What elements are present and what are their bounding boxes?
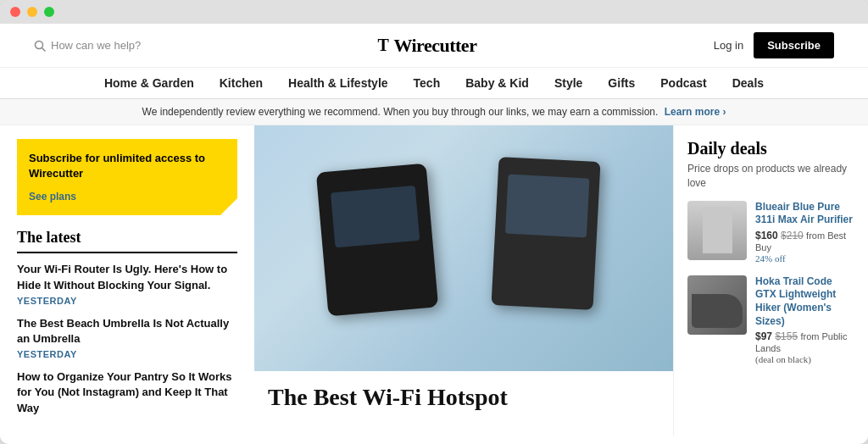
main-nav: Home & Garden Kitchen Health & Lifestyle… xyxy=(0,68,868,99)
device-container xyxy=(254,142,673,354)
deal-name-2[interactable]: Hoka Trail Code GTX Lightweight Hiker (W… xyxy=(755,275,854,328)
nav-item-health-lifestyle[interactable]: Health & Lifestyle xyxy=(288,76,387,90)
login-button[interactable]: Log in xyxy=(714,39,743,52)
article-item: The Best Beach Umbrella Is Not Actually … xyxy=(17,316,237,359)
deal-image-purifier xyxy=(687,201,747,260)
device-left xyxy=(316,164,438,317)
subscribe-card: Subscribe for unlimited access to Wirecu… xyxy=(17,139,237,215)
article-headline-1[interactable]: Your Wi-Fi Router Is Ugly. Here's How to… xyxy=(17,262,237,292)
browser-window: How can we help? T Wirecutter Log in Sub… xyxy=(0,0,868,444)
deal-price-old-1: $210 xyxy=(781,230,804,241)
nav-item-style[interactable]: Style xyxy=(554,76,582,90)
article-date-2: Yesterday xyxy=(17,349,237,359)
nyt-t-logo: T xyxy=(378,36,389,55)
subscribe-button[interactable]: Subscribe xyxy=(754,32,834,58)
hero-title-area: The Best Wi-Fi Hotspot xyxy=(254,371,673,419)
see-plans-link[interactable]: See plans xyxy=(29,191,76,203)
disclaimer-banner: We independently review everything we re… xyxy=(0,99,868,125)
nav-item-home-garden[interactable]: Home & Garden xyxy=(104,76,194,90)
deal-price-old-2: $155 xyxy=(775,330,798,342)
deal-price-new-2: $97 xyxy=(755,330,772,342)
right-sidebar: Daily deals Price drops on products we a… xyxy=(673,125,868,436)
nav-item-deals[interactable]: Deals xyxy=(732,76,764,90)
maximize-dot[interactable] xyxy=(44,7,54,17)
article-item: How to Organize Your Pantry So It Works … xyxy=(17,369,237,416)
deal-image-hoka xyxy=(687,275,747,335)
nav-item-podcast[interactable]: Podcast xyxy=(660,76,706,90)
device-right xyxy=(492,157,601,310)
deal-price-2: $97 $155 from Public Lands xyxy=(755,330,854,354)
top-bar-actions: Log in Subscribe xyxy=(714,32,834,58)
deal-item: Hoka Trail Code GTX Lightweight Hiker (W… xyxy=(687,275,854,364)
page-content: How can we help? T Wirecutter Log in Sub… xyxy=(0,24,868,444)
nav-item-gifts[interactable]: Gifts xyxy=(608,76,635,90)
nav-item-tech[interactable]: Tech xyxy=(414,76,441,90)
deal-note-2: (deal on black) xyxy=(755,354,854,364)
article-headline-3[interactable]: How to Organize Your Pantry So It Works … xyxy=(17,369,237,416)
deal-price-1: $160 $210 from Best Buy xyxy=(755,230,854,253)
svg-line-1 xyxy=(42,47,46,51)
search-icon xyxy=(34,40,46,52)
close-dot[interactable] xyxy=(10,7,20,17)
hero-image xyxy=(254,125,673,371)
article-date-1: Yesterday xyxy=(17,296,237,306)
site-name: Wirecutter xyxy=(393,35,476,57)
article-item: Your Wi-Fi Router Is Ugly. Here's How to… xyxy=(17,262,237,305)
nav-item-kitchen[interactable]: Kitchen xyxy=(220,76,263,90)
deal-info-2: Hoka Trail Code GTX Lightweight Hiker (W… xyxy=(755,275,854,364)
device-right-screen xyxy=(505,175,590,238)
center-content: The Best Wi-Fi Hotspot xyxy=(254,125,673,436)
deals-subtitle: Price drops on products we already love xyxy=(687,162,854,191)
latest-section-title: The latest xyxy=(17,229,237,253)
deal-info-1: Blueair Blue Pure 311i Max Air Purifier … xyxy=(755,201,854,264)
main-content: Subscribe for unlimited access to Wirecu… xyxy=(0,125,868,436)
learn-more-link[interactable]: Learn more › xyxy=(665,106,726,118)
hero-title[interactable]: The Best Wi-Fi Hotspot xyxy=(268,383,659,412)
deals-title: Daily deals xyxy=(687,139,854,158)
title-bar xyxy=(0,0,868,24)
nav-item-baby-kid[interactable]: Baby & Kid xyxy=(465,76,529,90)
top-bar: How can we help? T Wirecutter Log in Sub… xyxy=(0,24,868,68)
left-sidebar: Subscribe for unlimited access to Wirecu… xyxy=(0,125,254,436)
site-logo[interactable]: T Wirecutter xyxy=(378,35,477,57)
article-headline-2[interactable]: The Best Beach Umbrella Is Not Actually … xyxy=(17,316,237,347)
search-placeholder: How can we help? xyxy=(51,39,141,52)
search-area[interactable]: How can we help? xyxy=(34,39,141,52)
disclaimer-text: We independently review everything we re… xyxy=(142,106,659,118)
subscribe-card-title: Subscribe for unlimited access to Wirecu… xyxy=(29,151,225,181)
deal-item: Blueair Blue Pure 311i Max Air Purifier … xyxy=(687,201,854,264)
deal-discount-1: 24% off xyxy=(755,253,854,264)
deal-price-new-1: $160 xyxy=(755,230,778,241)
deal-name-1[interactable]: Blueair Blue Pure 311i Max Air Purifier xyxy=(755,201,854,227)
minimize-dot[interactable] xyxy=(27,7,37,17)
device-left-screen xyxy=(331,186,420,247)
